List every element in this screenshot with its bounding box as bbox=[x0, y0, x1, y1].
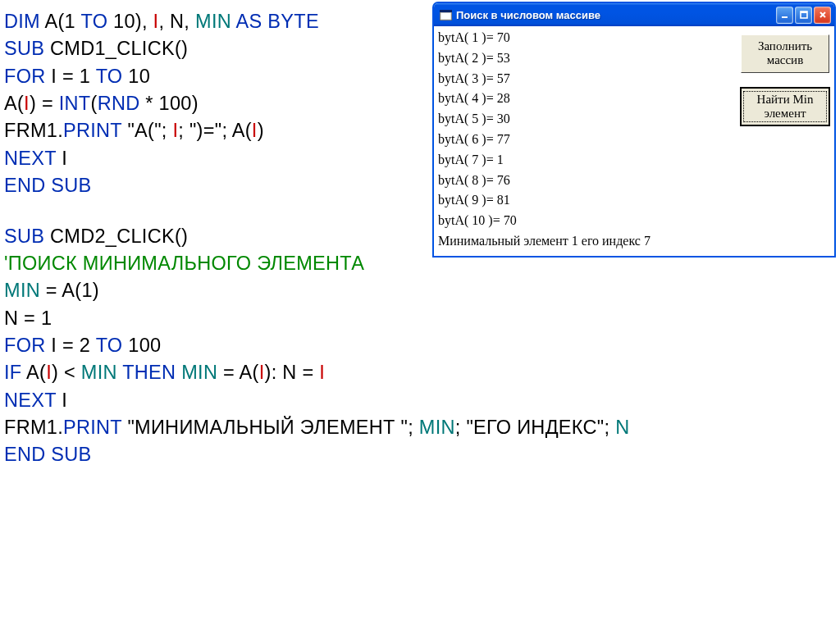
svg-rect-3 bbox=[782, 16, 788, 18]
svg-rect-5 bbox=[801, 11, 807, 13]
output-line: bytA( 9 )= 81 bbox=[438, 190, 833, 211]
result-line: Минимальный элемент 1 его индекс 7 bbox=[438, 231, 833, 252]
fill-array-button[interactable]: Заполнить массив bbox=[741, 34, 829, 73]
output-line: bytA( 10 )= 70 bbox=[438, 211, 833, 231]
titlebar[interactable]: Поиск в числовом массиве bbox=[434, 3, 834, 26]
window-title: Поиск в числовом массиве bbox=[456, 9, 776, 21]
svg-rect-2 bbox=[441, 13, 450, 20]
close-button[interactable] bbox=[814, 7, 831, 24]
svg-rect-1 bbox=[440, 10, 452, 12]
minimize-button[interactable] bbox=[776, 7, 793, 24]
output-line: bytA( 7 )= 1 bbox=[438, 150, 833, 171]
form-body: bytA( 1 )= 70 bytA( 2 )= 53 bytA( 3 )= 5… bbox=[434, 26, 834, 256]
form-icon bbox=[439, 9, 452, 21]
find-min-button[interactable]: Найти Min элемент bbox=[741, 88, 829, 126]
maximize-button[interactable] bbox=[795, 7, 812, 24]
app-window: Поиск в числовом массиве bytA( 1 )= 70 b… bbox=[432, 2, 836, 258]
output-line: bytA( 6 )= 77 bbox=[438, 130, 833, 150]
output-line: bytA( 8 )= 76 bbox=[438, 171, 833, 191]
